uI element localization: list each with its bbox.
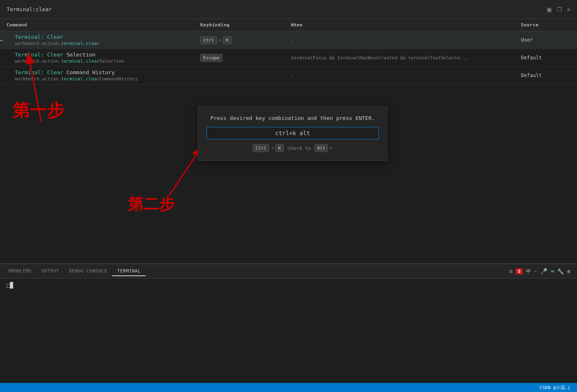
csdn-badge: CSDN @小花.i [539, 385, 570, 391]
chord-alt: Alt [314, 144, 328, 152]
chord-k: K [275, 144, 284, 152]
terminal-cursor [10, 282, 13, 289]
search-title: Terminal:clear [7, 6, 52, 12]
status-right: CSDN @小花.i [539, 385, 570, 391]
bottom-panel: PROBLEMS OUTPUT DEBUG CONSOLE TERMINAL ⊞… [0, 263, 577, 383]
terminal-prompt: □ [7, 282, 10, 289]
dialog-hint: Press desired key combination and then p… [206, 115, 379, 121]
chord-to-label: chord to [287, 146, 311, 151]
keyboard-icon: ⌨ [551, 268, 554, 275]
key-plus: + [219, 38, 222, 43]
tab-output[interactable]: OUTPUT [37, 267, 64, 276]
cmd-title-highlight: Terminal: Clear [15, 52, 63, 58]
cmd-title-highlight: Terminal: Clear [15, 34, 63, 40]
microphone-icon: 🎤 [540, 268, 547, 275]
chord-plus1: + [271, 146, 274, 151]
search-bar: Terminal:clear ▣ ❐ ≡ [0, 0, 577, 19]
cmd-id-highlight: terminal.clear [61, 59, 100, 64]
cmd-id-highlight: terminal.clear [61, 41, 100, 46]
keybinding-cell: Ctrl + K [200, 36, 291, 44]
when-cell: terminalFocus && terminalHasBeenCreated … [291, 55, 521, 61]
source-cell: Default [521, 55, 570, 61]
key-escape: Escape [200, 54, 223, 62]
keybinding-cell: Escape [200, 54, 291, 62]
panel-tabs: PROBLEMS OUTPUT DEBUG CONSOLE TERMINAL ⊞… [0, 264, 577, 279]
panel-icons: ⊞ S 中 · 🎤 ⌨ 🔧 ≡ [509, 268, 570, 275]
copy-icon[interactable]: ❐ [557, 6, 562, 13]
cmd-title-highlight: Terminal: Clear [15, 69, 63, 75]
terminal-content: □ [0, 279, 577, 292]
menu-icon[interactable]: ≡ [567, 6, 570, 13]
key-combination-input[interactable] [206, 127, 379, 139]
table-header: Command Keybinding When Source [0, 19, 577, 31]
tab-problems[interactable]: PROBLEMS [3, 267, 37, 276]
table-row[interactable]: ✏ Terminal: Clear workbench.action.termi… [0, 31, 577, 49]
cmd-title: Terminal: Clear Command History [15, 69, 200, 75]
minimize-icon[interactable]: ▣ [547, 6, 552, 13]
sogou-s-icon: S [516, 268, 523, 275]
table-body: ✏ Terminal: Clear workbench.action.termi… [0, 31, 577, 85]
search-icons: ▣ ❐ ≡ [547, 6, 570, 13]
col-when: When [291, 22, 521, 28]
col-keybinding: Keybinding [200, 22, 291, 28]
key-k: K [223, 36, 232, 44]
table-row[interactable]: Terminal: Clear Command History workbenc… [0, 67, 577, 85]
terminal-split-icon[interactable]: ⊞ [509, 268, 512, 275]
tools-icon: 🔧 [557, 268, 564, 275]
source-cell: Default [521, 73, 570, 78]
edit-icon[interactable]: ✏ [0, 37, 3, 43]
source-cell: User [521, 37, 570, 43]
tab-debug-console[interactable]: DEBUG CONSOLE [64, 267, 113, 276]
keybind-dialog: Press desired key combination and then p… [198, 106, 387, 161]
step2-annotation: 第二步 [128, 194, 175, 215]
step1-annotation: 第一步 [12, 99, 64, 122]
chord-info: Ctrl + K chord to Alt + [206, 144, 379, 152]
when-cell: - [291, 38, 521, 43]
status-bar: CSDN @小花.i [0, 383, 577, 392]
cmd-title: Terminal: Clear Selection [15, 52, 200, 58]
key-ctrl: Ctrl [200, 36, 217, 44]
cmd-id: workbench.action.terminal.clear [15, 41, 200, 46]
col-command: Command [7, 22, 200, 28]
chord-ctrl: Ctrl [253, 144, 270, 152]
chord-plus2: + [330, 146, 333, 151]
cmd-id: workbench.action.terminal.clearCommandHi… [15, 76, 200, 82]
when-cell: - [291, 73, 521, 78]
lang-zhong-icon: 中 [526, 268, 531, 275]
cmd-cell: Terminal: Clear workbench.action.termina… [7, 34, 200, 46]
cmd-cell: Terminal: Clear Selection workbench.acti… [7, 52, 200, 64]
lang-dot-icon: · [534, 268, 537, 274]
tab-terminal[interactable]: TERMINAL [112, 267, 145, 276]
table-row[interactable]: Terminal: Clear Selection workbench.acti… [0, 49, 577, 67]
cmd-id: workbench.action.terminal.clearSelection [15, 59, 200, 64]
col-source: Source [521, 22, 570, 28]
menu2-icon: ≡ [567, 268, 570, 275]
cmd-id-highlight: terminal.clear [61, 76, 100, 82]
cmd-cell: Terminal: Clear Command History workbenc… [7, 69, 200, 82]
cmd-title: Terminal: Clear [15, 34, 200, 40]
svg-line-3 [169, 146, 202, 196]
